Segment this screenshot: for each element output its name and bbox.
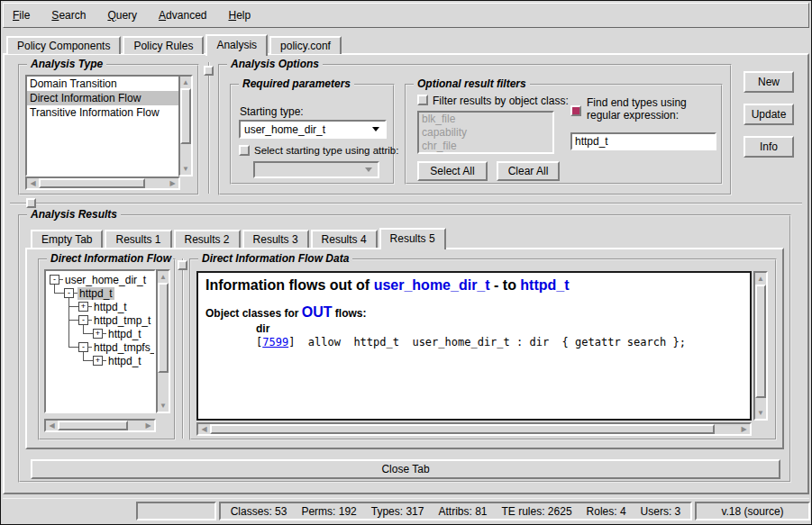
starting-type-combobox[interactable]: user_home_dir_t	[239, 120, 387, 139]
pane-sash-handle[interactable]	[26, 198, 36, 208]
object-class-filter-checkbox[interactable]	[417, 95, 428, 105]
menu-query[interactable]: Query	[107, 9, 137, 22]
attrib-checkbox-row: Select starting type using attrib:	[239, 145, 398, 156]
tab-results-5[interactable]: Results 5	[379, 228, 446, 249]
tree-node-label[interactable]: httpd_tmp_t	[92, 314, 152, 327]
update-button[interactable]: Update	[744, 104, 794, 125]
tree-node[interactable]: -httpd_tmp_t	[46, 313, 154, 327]
analysis-type-option[interactable]: Transitive Information Flow	[27, 105, 178, 120]
object-class-item: chr_file	[419, 140, 552, 153]
scroll-down-icon[interactable]: ▼	[755, 407, 766, 419]
tree-node[interactable]: +httpd_t	[46, 327, 154, 340]
analysis-type-listbox[interactable]: Domain Transition Direct Information Flo…	[25, 75, 180, 177]
tree-node-label-selected[interactable]: httpd_t	[78, 287, 114, 300]
menu-help[interactable]: Help	[228, 9, 251, 22]
clear-all-button[interactable]: Clear All	[497, 161, 560, 181]
flow-data-hscrollbar[interactable]: ◀ ▶	[196, 422, 752, 436]
flow-heading: Information flows out of user_home_dir_t…	[205, 277, 743, 294]
tree-node[interactable]: -httpd_tmpfs_t	[46, 340, 154, 354]
pane-sash-handle[interactable]	[204, 66, 214, 76]
scroll-up-icon[interactable]: ▲	[158, 271, 169, 283]
tree-node-label[interactable]: httpd_t	[92, 301, 129, 313]
scroll-thumb[interactable]	[39, 178, 145, 188]
analysis-type-option[interactable]: Domain Transition	[27, 77, 178, 91]
tree-expander-icon[interactable]: -	[64, 288, 74, 298]
tree-expander-icon[interactable]: -	[50, 275, 59, 285]
scroll-track[interactable]	[158, 283, 169, 400]
tree-expander-icon[interactable]: +	[93, 356, 103, 366]
flow-tree-hscrollbar[interactable]: ◀ ▶	[44, 419, 156, 432]
object-class-name: dir	[256, 322, 743, 335]
scroll-left-icon[interactable]: ◀	[46, 421, 58, 430]
scroll-track[interactable]	[755, 285, 766, 407]
chevron-down-icon[interactable]	[372, 127, 379, 131]
scroll-track[interactable]	[180, 88, 191, 163]
tree-node-label[interactable]: httpd_t	[106, 328, 143, 340]
scroll-track[interactable]	[39, 178, 167, 188]
tab-policy-rules[interactable]: Policy Rules	[123, 36, 204, 54]
flow-tree[interactable]: -user_home_dir_t -httpd_t +httpd_t -http…	[44, 269, 156, 413]
tab-empty-tab[interactable]: Empty Tab	[31, 230, 103, 248]
tree-node[interactable]: -httpd_t	[46, 286, 154, 300]
info-button[interactable]: Info	[744, 136, 794, 158]
tab-results-4[interactable]: Results 4	[311, 230, 378, 248]
tree-node[interactable]: +httpd_t	[46, 354, 154, 367]
scroll-down-icon[interactable]: ▼	[158, 400, 169, 412]
flow-data-textarea[interactable]: Information flows out of user_home_dir_t…	[196, 271, 752, 421]
tab-policy-conf[interactable]: policy.conf	[269, 36, 342, 54]
tab-results-2[interactable]: Results 2	[174, 230, 241, 248]
tree-node[interactable]: +httpd_t	[46, 300, 154, 313]
close-tab-button[interactable]: Close Tab	[31, 459, 780, 479]
tab-results-3[interactable]: Results 3	[242, 230, 309, 248]
scroll-thumb[interactable]	[58, 421, 128, 430]
pane-sash-horizontal[interactable]	[10, 203, 802, 204]
tree-node[interactable]: -user_home_dir_t	[46, 273, 154, 286]
tree-node-label[interactable]: user_home_dir_t	[63, 274, 148, 286]
tab-analysis[interactable]: Analysis	[205, 34, 268, 56]
analysis-type-option-selected[interactable]: Direct Information Flow	[27, 91, 178, 105]
source-type: user_home_dir_t	[374, 277, 490, 293]
flow-data-vscrollbar[interactable]: ▲ ▼	[753, 271, 768, 421]
results-sash-vertical[interactable]	[182, 258, 184, 439]
attrib-combobox-disabled	[253, 161, 379, 178]
tree-expander-icon[interactable]: +	[93, 329, 103, 339]
scroll-up-icon[interactable]: ▲	[755, 273, 766, 285]
scroll-left-icon[interactable]: ◀	[27, 178, 39, 188]
analysis-type-hscrollbar[interactable]: ◀ ▶	[25, 177, 180, 190]
scroll-track[interactable]	[210, 424, 738, 434]
analysis-type-vscrollbar[interactable]: ▲ ▼	[178, 75, 193, 177]
scroll-thumb[interactable]	[755, 285, 766, 398]
tree-expander-icon[interactable]: -	[78, 342, 88, 352]
scroll-right-icon[interactable]: ▶	[738, 424, 750, 434]
tab-policy-components[interactable]: Policy Components	[6, 36, 121, 54]
tree-node-label[interactable]: httpd_t	[106, 355, 143, 367]
flow-tree-vscrollbar[interactable]: ▲ ▼	[156, 269, 170, 413]
analysis-panel: Analysis Type Domain Transition Direct I…	[3, 53, 809, 494]
regex-input[interactable]	[570, 132, 716, 150]
menu-file[interactable]: File	[13, 9, 30, 22]
analysis-type-title: Analysis Type	[27, 58, 106, 70]
scroll-track[interactable]	[58, 421, 142, 430]
tree-expander-icon[interactable]: -	[78, 315, 88, 325]
select-all-button[interactable]: Select All	[417, 161, 488, 181]
tree-expander-icon[interactable]: +	[78, 302, 88, 312]
scroll-left-icon[interactable]: ◀	[198, 424, 210, 434]
rule-number-link[interactable]: 7599	[262, 336, 288, 348]
attrib-checkbox[interactable]	[239, 145, 250, 156]
scroll-up-icon[interactable]: ▲	[180, 77, 191, 88]
scroll-thumb[interactable]	[210, 424, 715, 434]
tab-results-1[interactable]: Results 1	[105, 230, 171, 248]
results-sash-handle[interactable]	[178, 260, 187, 270]
new-button[interactable]: New	[744, 71, 794, 93]
tree-node-label[interactable]: httpd_tmpfs_t	[92, 341, 156, 354]
scroll-right-icon[interactable]: ▶	[142, 421, 154, 430]
starting-type-label: Starting type:	[240, 105, 304, 118]
scroll-down-icon[interactable]: ▼	[180, 163, 191, 175]
pane-sash-vertical[interactable]	[208, 62, 210, 194]
menu-search[interactable]: Search	[51, 9, 86, 22]
scroll-right-icon[interactable]: ▶	[167, 178, 178, 188]
regex-checkbox[interactable]	[570, 105, 581, 116]
scroll-thumb[interactable]	[158, 283, 169, 373]
menu-advanced[interactable]: Advanced	[159, 9, 206, 22]
scroll-thumb[interactable]	[180, 88, 191, 144]
